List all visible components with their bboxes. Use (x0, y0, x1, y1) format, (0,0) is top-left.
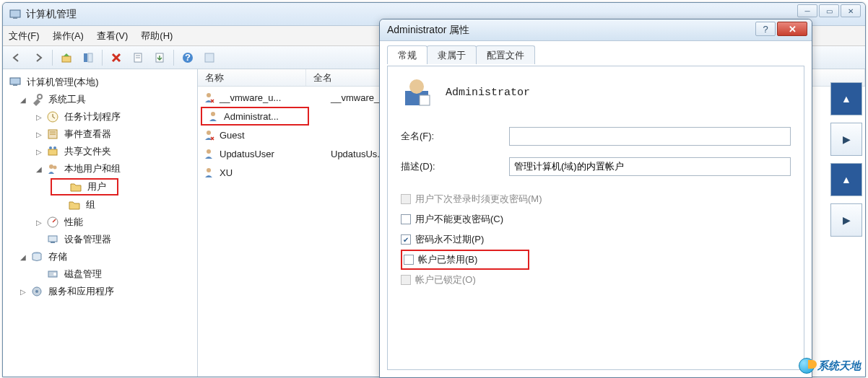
tree-shared-folders[interactable]: ▷ 共享文件夹 (4, 143, 196, 160)
dialog-controls: ? ✕ (755, 22, 807, 36)
scroll-right-button[interactable]: ▶ (830, 203, 862, 237)
list-cell: Guest (220, 130, 326, 141)
list-item-administrator[interactable]: Administrat... (201, 107, 309, 126)
svg-rect-19 (48, 149, 57, 155)
chk-must-change-row: 用户下次登录时须更改密码(M) (401, 189, 791, 209)
tree-local-users-groups[interactable]: ◢ 本地用户和组 (4, 160, 196, 177)
blank-icon (35, 270, 43, 278)
tree-device-manager[interactable]: 设备管理器 (4, 231, 196, 248)
tab-general[interactable]: 常规 (387, 45, 428, 64)
tree-users[interactable]: 用户 (51, 178, 118, 195)
svg-point-23 (53, 166, 57, 170)
maximize-button[interactable]: ▭ (819, 4, 839, 17)
scroll-right-button[interactable]: ▶ (830, 123, 862, 156)
refresh-button[interactable] (200, 49, 219, 66)
list-cell: UpdatusUs... (331, 149, 385, 159)
svg-point-36 (207, 168, 211, 172)
svg-rect-11 (205, 53, 214, 62)
device-icon (46, 233, 59, 246)
minimize-button[interactable]: ─ (797, 4, 817, 17)
chk-never-expire-row[interactable]: ✔ 密码永不过期(P) (401, 229, 791, 250)
expand-icon[interactable]: ▷ (35, 113, 43, 121)
navigation-tree[interactable]: 计算机管理(本地) ◢ 系统工具 ▷ 任务计划程序 ▷ 事件查看器 ▷ 共享文件… (3, 69, 198, 377)
dialog-title: Administrator 属性 (387, 24, 469, 37)
tree-event-viewer[interactable]: ▷ 事件查看器 (4, 126, 196, 143)
tab-profile[interactable]: 配置文件 (476, 45, 535, 64)
back-button[interactable] (7, 49, 26, 66)
expand-icon[interactable]: ▷ (35, 147, 43, 156)
menu-help[interactable]: 帮助(H) (141, 30, 173, 43)
svg-point-35 (207, 149, 211, 154)
checkbox-icon (401, 275, 411, 285)
forward-button[interactable] (29, 49, 48, 66)
user-header: Administrator (401, 76, 791, 108)
checkbox-icon[interactable] (401, 214, 411, 224)
properties-button[interactable] (129, 49, 147, 66)
disk-icon (46, 268, 59, 281)
collapse-icon[interactable]: ◢ (35, 164, 43, 173)
list-cell: __vmware_u... (220, 92, 326, 103)
menu-file[interactable]: 文件(F) (9, 30, 40, 43)
tools-icon (30, 93, 43, 106)
tree-groups[interactable]: 组 (4, 196, 196, 214)
menu-action[interactable]: 操作(A) (53, 30, 84, 43)
folder-icon (69, 180, 82, 193)
expand-icon[interactable]: ▷ (35, 130, 43, 139)
close-button[interactable]: ✕ (841, 4, 861, 17)
svg-rect-25 (48, 236, 57, 242)
svg-point-31 (35, 290, 38, 293)
chk-cannot-change-row[interactable]: 用户不能更改密码(C) (401, 209, 791, 229)
svg-point-21 (53, 146, 56, 149)
tab-strip: 常规 隶属于 配置文件 (380, 41, 812, 64)
svg-rect-4 (88, 53, 92, 62)
tree-task-scheduler[interactable]: ▷ 任务计划程序 (4, 108, 196, 126)
watermark-text: 系统天地 (817, 359, 861, 373)
dialog-titlebar: Administrator 属性 ? ✕ (380, 19, 812, 41)
menu-view[interactable]: 查看(V) (97, 30, 128, 43)
checkbox-checked-icon[interactable]: ✔ (401, 234, 411, 245)
description-input[interactable] (509, 157, 791, 176)
svg-point-14 (38, 94, 42, 99)
share-icon (46, 145, 59, 158)
user-icon (207, 110, 220, 123)
export-button[interactable] (150, 49, 169, 66)
svg-point-34 (207, 131, 211, 135)
expand-icon[interactable]: ▷ (35, 218, 43, 227)
main-window-controls: ─ ▭ ✕ (797, 4, 861, 17)
delete-button[interactable] (107, 49, 126, 66)
scroll-up-button[interactable]: ▲ (830, 163, 862, 196)
blank-icon (35, 235, 43, 244)
tree-label: 用户 (85, 180, 108, 194)
tree-storage[interactable]: ◢ 存储 (4, 248, 196, 265)
tree-disk-management[interactable]: 磁盘管理 (4, 265, 196, 283)
scroll-up-button[interactable]: ▲ (830, 82, 862, 115)
fullname-input[interactable] (509, 127, 791, 146)
tree-root[interactable]: 计算机管理(本地) (4, 74, 196, 91)
storage-icon (30, 250, 43, 263)
main-title: 计算机管理 (26, 8, 77, 21)
tree-performance[interactable]: ▷ 性能 (4, 214, 196, 231)
users-icon (46, 162, 59, 175)
fullname-row: 全名(F): (401, 127, 791, 146)
checkbox-icon[interactable] (404, 255, 414, 265)
collapse-icon[interactable]: ◢ (19, 252, 27, 261)
chk-disabled-row[interactable]: 帐户已禁用(B) (401, 250, 529, 270)
dialog-close-button[interactable]: ✕ (777, 22, 807, 36)
chk-disabled-label: 帐户已禁用(B) (418, 253, 477, 266)
properties-dialog: Administrator 属性 ? ✕ 常规 隶属于 配置文件 Adminis… (379, 19, 812, 378)
svg-rect-2 (62, 56, 71, 62)
up-button[interactable] (57, 49, 76, 66)
show-hide-button[interactable] (79, 49, 97, 66)
col-name[interactable]: 名称 (198, 69, 306, 86)
tab-member-of[interactable]: 隶属于 (427, 45, 477, 64)
dialog-help-button[interactable]: ? (755, 22, 776, 36)
svg-point-32 (207, 93, 211, 97)
collapse-icon[interactable]: ◢ (19, 95, 27, 104)
expand-icon[interactable]: ▷ (19, 287, 27, 296)
tree-label: 组 (84, 198, 97, 212)
clock-icon (46, 110, 59, 123)
tree-system-tools[interactable]: ◢ 系统工具 (4, 91, 196, 108)
help-button[interactable]: ? (178, 49, 197, 66)
tree-services-apps[interactable]: ▷ 服务和应用程序 (4, 283, 196, 300)
user-name: Administrator (446, 87, 530, 99)
